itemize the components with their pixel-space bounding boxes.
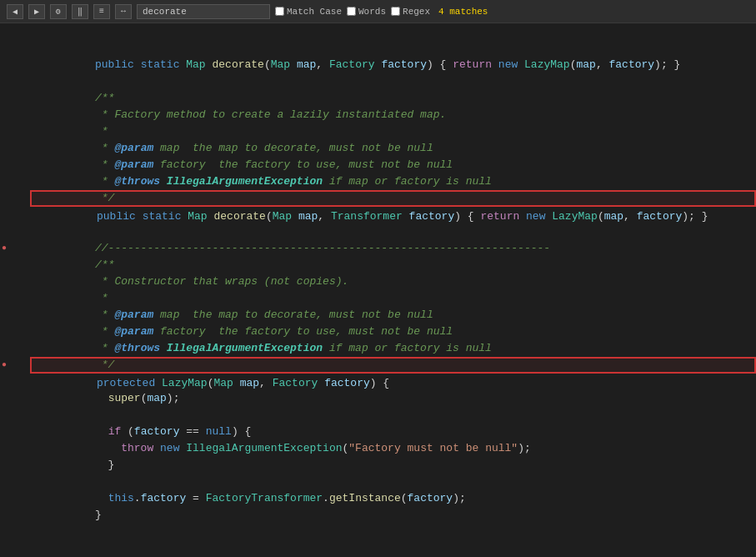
highlighted-code-line-2: protected LazyMap(Map map, Factory facto… [30, 357, 756, 374]
line-num [0, 90, 27, 107]
code-line: this.factory = FactoryTransformer.getIns… [30, 474, 756, 490]
match-case-label: Match Case [287, 7, 342, 17]
regex-checkbox[interactable] [391, 7, 400, 16]
line-num [0, 173, 27, 190]
regex-option: Regex [391, 7, 430, 17]
line-num [0, 190, 27, 207]
code-line: /** [30, 73, 756, 90]
line-num [0, 57, 27, 73]
line-num [0, 107, 27, 123]
search-input[interactable] [137, 4, 270, 19]
highlighted-code-line: public static Map decorate(Map map, Tran… [30, 190, 756, 207]
line-num [0, 440, 27, 457]
line-numbers [0, 23, 27, 557]
line-num-dot [0, 240, 27, 257]
line-num [0, 73, 27, 90]
code-line-wraps: * Constructor that wraps (not copies). [30, 257, 756, 273]
line-num [0, 390, 27, 407]
line-num [0, 324, 27, 340]
line-num [0, 457, 27, 474]
editor-container: ◀ ▶ ⚙ ‖ ≡ ↔ Match Case Words Regex 4 mat… [0, 0, 756, 557]
line-num [0, 424, 27, 440]
line-num [0, 340, 27, 357]
code-line: * Factory method to create a lazily inst… [30, 90, 756, 107]
line-num [0, 157, 27, 173]
settings-button[interactable]: ⚙ [50, 4, 67, 19]
line-num [0, 123, 27, 140]
menu-button[interactable]: ≡ [93, 4, 110, 19]
line-num [0, 474, 27, 490]
code-line: if (factory == null) { [30, 407, 756, 424]
line-num [0, 23, 27, 40]
code-line: public static Map decorate(Map map, Fact… [30, 40, 756, 57]
code-content: public static Map decorate(Map map, Fact… [27, 23, 756, 557]
line-num [0, 407, 27, 424]
line-num [0, 207, 27, 223]
line-num [0, 374, 27, 390]
match-case-option: Match Case [275, 7, 342, 17]
line-num [0, 40, 27, 57]
words-checkbox[interactable] [347, 7, 356, 16]
code-area[interactable]: public static Map decorate(Map map, Fact… [0, 23, 756, 557]
back-button[interactable]: ◀ [7, 4, 23, 19]
line-num [0, 257, 27, 273]
matches-count: 4 matches [438, 7, 488, 17]
words-option: Words [347, 7, 386, 17]
line-num [0, 307, 27, 324]
code-line [30, 457, 756, 474]
line-num [0, 490, 27, 507]
code-line [30, 23, 756, 40]
line-num-dot [0, 357, 27, 374]
toolbar: ◀ ▶ ⚙ ‖ ≡ ↔ Match Case Words Regex 4 mat… [0, 0, 756, 23]
line-num [0, 290, 27, 307]
code-line: * @param map the map to decorate, must n… [30, 290, 756, 307]
match-case-checkbox[interactable] [275, 7, 284, 16]
line-num [0, 273, 27, 290]
code-line: * @param map the map to decorate, must n… [30, 123, 756, 140]
expand-button[interactable]: ↔ [115, 4, 132, 19]
line-num [0, 140, 27, 157]
code-line: //--------------------------------------… [30, 223, 756, 240]
regex-label: Regex [403, 7, 430, 17]
words-label: Words [358, 7, 386, 17]
pause-button[interactable]: ‖ [72, 4, 88, 19]
line-num [0, 223, 27, 240]
forward-button[interactable]: ▶ [28, 4, 45, 19]
